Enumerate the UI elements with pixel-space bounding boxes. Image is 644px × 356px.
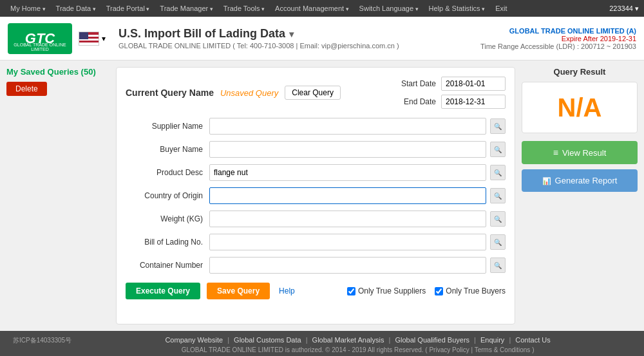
start-date-label: Start Date [396,79,436,88]
container-number-icon[interactable]: 🔍 [490,258,506,273]
title-area: U.S. Import Bill of Lading Data ▾ GLOBAL… [118,27,480,50]
nav-my-home[interactable]: My Home [5,0,51,17]
bol-no-label: Bill of Lading No. [126,238,209,247]
footer: 苏ICP备14033305号 Company Website | Global … [0,331,644,356]
time-range: Time Range Accessible (LDR) : 200712 ~ 2… [480,42,636,50]
footer-bottom: 苏ICP备14033305号 Company Website | Global … [13,336,631,353]
bol-no-input[interactable] [209,234,486,250]
saved-queries-title: My Saved Queries (50) [6,67,109,77]
footer-copyright: GLOBAL TRADE ONLINE LIMITED is authorize… [84,346,631,353]
footer-link-buyers[interactable]: Global Qualified Buyers [395,336,469,344]
help-link[interactable]: Help [279,286,295,295]
footer-divider-1: | [227,336,231,344]
query-section-title: Current Query Name [126,88,214,98]
date-area: Start Date End Date [396,77,506,109]
save-query-button[interactable]: Save Query [207,283,270,299]
country-origin-icon[interactable]: 🔍 [490,188,506,203]
logo: GTC GLOBAL TRADE ONLINE LIMITED [8,23,72,54]
product-desc-label: Product Desc [126,168,209,177]
nav-trade-tools[interactable]: Trade Tools [218,0,270,17]
view-result-button[interactable]: View Result [522,141,638,164]
bol-no-field: Bill of Lading No. 🔍 [126,234,506,250]
start-date-row: Start Date [396,77,506,91]
header-bar: GTC GLOBAL TRADE ONLINE LIMITED ▾ U.S. I… [0,17,644,61]
buyer-name-field: Buyer Name 🔍 [126,141,506,158]
nav-trade-manager[interactable]: Trade Manager [155,0,218,17]
nav-trade-data[interactable]: Trade Data [51,0,101,17]
clear-query-button[interactable]: Clear Query [285,86,341,100]
weight-kg-icon[interactable]: 🔍 [490,211,506,227]
product-desc-icon[interactable]: 🔍 [490,165,506,180]
generate-report-button[interactable]: Generate Report [522,169,638,192]
right-panel: Query Result N/A View Result Generate Re… [522,67,638,324]
expire-date: Expire After 2019-12-31 [480,35,636,42]
nav-items: My Home Trade Data Trade Portal Trade Ma… [5,0,609,17]
action-row: Execute Query Save Query Help Only True … [126,283,506,299]
only-true-suppliers-checkbox[interactable]: Only True Suppliers [347,286,426,295]
logo-subtext: GLOBAL TRADE ONLINE LIMITED [8,42,72,52]
buyer-name-input[interactable] [209,141,486,158]
footer-link-contact[interactable]: Contact Us [515,336,550,344]
footer-link-market[interactable]: Global Market Analysis [312,336,384,344]
footer-link-enquiry[interactable]: Enquiry [480,336,504,344]
query-header-left: Current Query Name Unsaved Query Clear Q… [126,86,341,100]
end-date-label: End Date [396,97,436,106]
country-origin-input[interactable] [209,187,486,204]
supplier-name-label: Supplier Name [126,122,209,131]
supplier-name-icon[interactable]: 🔍 [490,118,506,134]
flag-dropdown-icon[interactable]: ▾ [102,34,106,43]
container-number-label: Container Number [126,261,209,270]
only-true-buyers-label: Only True Buyers [446,286,506,295]
nav-trade-portal[interactable]: Trade Portal [101,0,155,17]
execute-query-button[interactable]: Execute Query [126,283,200,299]
footer-divider-5: | [509,336,513,344]
result-box: N/A [522,82,638,133]
chart-icon [542,176,551,185]
supplier-name-field: Supplier Name 🔍 [126,118,506,135]
product-desc-field: Product Desc 🔍 [126,164,506,181]
country-origin-label: Country of Origin [126,191,209,200]
container-number-input[interactable] [209,257,486,274]
bol-no-icon[interactable]: 🔍 [490,234,506,250]
footer-divider-2: | [306,336,310,344]
nav-exit[interactable]: Exit [490,0,512,17]
nav-account-management[interactable]: Account Management [270,0,354,17]
buyer-name-label: Buyer Name [126,145,209,154]
query-panel: Current Query Name Unsaved Query Clear Q… [116,67,515,324]
footer-divider-3: | [389,336,393,344]
only-true-suppliers-label: Only True Suppliers [358,286,426,295]
weight-kg-input[interactable] [209,211,486,227]
top-nav: My Home Trade Data Trade Portal Trade Ma… [0,0,644,17]
footer-link-customs[interactable]: Global Customs Data [234,336,301,344]
footer-link-company[interactable]: Company Website [165,336,223,344]
weight-kg-field: Weight (KG) 🔍 [126,211,506,227]
buyer-name-icon[interactable]: 🔍 [490,142,506,157]
result-title: Query Result [522,67,638,77]
us-flag-icon [79,32,99,46]
query-header: Current Query Name Unsaved Query Clear Q… [126,77,506,109]
weight-kg-label: Weight (KG) [126,214,209,223]
only-true-buyers-checkbox[interactable]: Only True Buyers [435,286,506,295]
footer-divider-4: | [474,336,478,344]
account-id[interactable]: 223344 ▾ [609,5,639,13]
product-desc-input[interactable] [209,164,486,181]
title-dropdown-icon[interactable]: ▾ [289,29,294,39]
only-true-buyers-input[interactable] [435,287,443,295]
checkbox-area: Only True Suppliers Only True Buyers [347,286,506,295]
only-true-suppliers-input[interactable] [347,287,355,295]
start-date-input[interactable] [441,77,506,91]
result-value: N/A [558,93,602,122]
end-date-row: End Date [396,95,506,109]
view-result-label: View Result [562,148,606,158]
flag-selector[interactable]: ▾ [79,32,106,46]
nav-switch-language[interactable]: Switch Language [354,0,424,17]
footer-right: Company Website | Global Customs Data | … [84,336,631,353]
end-date-input[interactable] [441,95,506,109]
nav-help-statistics[interactable]: Help & Statistics [424,0,491,17]
delete-button[interactable]: Delete [6,82,47,96]
page-title: U.S. Import Bill of Lading Data ▾ [118,27,480,41]
supplier-name-input[interactable] [209,118,486,135]
list-icon [553,147,558,158]
page-title-text: U.S. Import Bill of Lading Data [118,27,285,41]
icp-text: 苏ICP备14033305号 [13,336,71,345]
